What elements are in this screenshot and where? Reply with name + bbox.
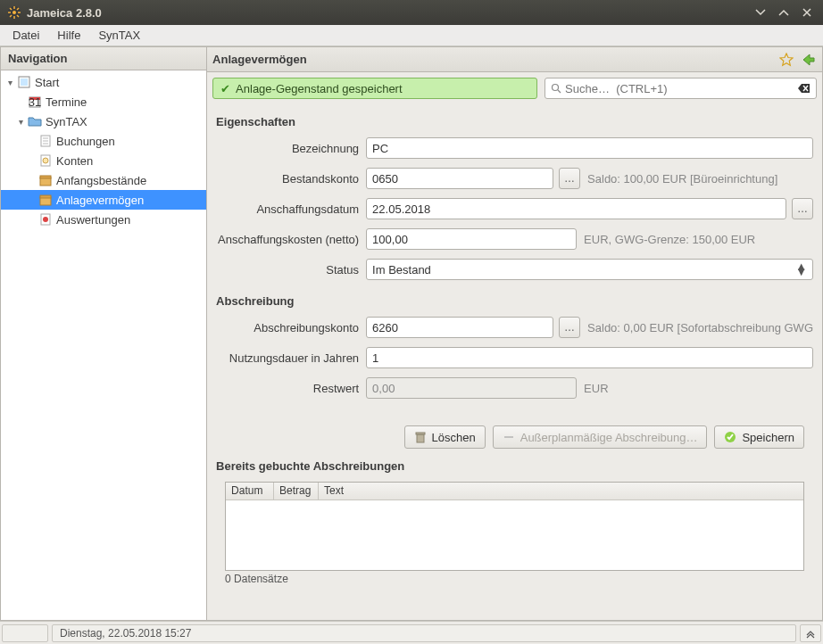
search-input[interactable]	[565, 82, 798, 95]
tree-item-start[interactable]: ▾ Start	[1, 72, 206, 92]
tree-item-anlagevermoegen[interactable]: Anlagevermögen	[1, 190, 206, 210]
label-restwert: Restwert	[216, 382, 366, 395]
tree-item-syntax[interactable]: ▾ SynTAX	[1, 111, 206, 131]
input-abschreibungskonto[interactable]	[366, 317, 553, 338]
success-message: ✔ Anlage-Gegenstand gespeichert	[212, 78, 537, 99]
chevron-down-icon[interactable]: ▾	[4, 78, 15, 87]
minus-icon	[503, 431, 515, 443]
chevron-down-icon[interactable]: ▾	[15, 117, 26, 127]
check-icon: ✔	[220, 82, 230, 95]
maximize-button[interactable]	[775, 4, 793, 21]
tree-item-anfangsbestaende[interactable]: Anfangsbestände	[1, 170, 206, 190]
field-bestandskonto: Bestandskonto … Saldo: 100,00 EUR [Büroe…	[216, 168, 813, 189]
field-status: Status Im Bestand ▲▼	[216, 259, 813, 280]
document-icon	[38, 134, 53, 148]
select-status-value: Im Bestand	[372, 263, 431, 277]
trash-icon	[414, 431, 427, 443]
input-anschaffungskosten[interactable]	[366, 228, 577, 250]
svg-point-1	[12, 11, 16, 14]
home-icon	[17, 75, 31, 89]
close-button[interactable]	[798, 4, 816, 21]
save-button[interactable]: Speichern	[714, 425, 804, 449]
navigation-tree: ▾ Start 31 Termine ▾ SynTAX Buchungen	[1, 70, 206, 620]
tree-item-label: Start	[35, 76, 59, 89]
menu-file[interactable]: Datei	[4, 26, 48, 45]
input-nutzungsdauer[interactable]	[366, 347, 813, 368]
box-icon	[38, 173, 53, 187]
content-header: Anlagevermögen	[207, 47, 822, 72]
depreciation-table[interactable]: Datum Betrag Text	[225, 482, 804, 571]
lookup-abschreibungskonto-button[interactable]: …	[559, 317, 580, 338]
label-bestandskonto: Bestandskonto	[216, 172, 366, 186]
svg-rect-22	[40, 176, 51, 178]
tree-item-konten[interactable]: Konten	[1, 151, 206, 170]
hint-restwert: EUR	[584, 382, 608, 395]
svg-rect-11	[21, 78, 28, 86]
label-anschaffungsdatum: Anschaffungsdatum	[216, 202, 366, 216]
table-header: Datum Betrag Text	[226, 483, 803, 500]
section-properties: Eigenschaften	[216, 115, 813, 128]
tree-item-label: SynTAX	[46, 115, 87, 128]
label-nutzungsdauer: Nutzungsdauer in Jahren	[216, 351, 366, 365]
tree-item-label: Anlagevermögen	[56, 194, 144, 207]
input-restwert	[366, 377, 577, 399]
menu-syntax[interactable]: SynTAX	[89, 26, 149, 45]
app-icon	[7, 5, 21, 20]
back-button[interactable]	[799, 51, 817, 69]
box-icon	[38, 193, 53, 207]
tree-item-buchungen[interactable]: Buchungen	[1, 131, 206, 151]
label-anschaffungskosten: Anschaffungskosten (netto)	[216, 233, 366, 246]
field-bezeichnung: Bezeichnung	[216, 137, 813, 159]
tree-item-label: Anfangsbestände	[56, 174, 146, 187]
field-anschaffungskosten: Anschaffungskosten (netto) EUR, GWG-Gren…	[216, 228, 813, 250]
lookup-bestandskonto-button[interactable]: …	[559, 168, 580, 189]
toolbar-row: ✔ Anlage-Gegenstand gespeichert	[207, 72, 822, 104]
menu-help[interactable]: Hilfe	[48, 26, 89, 45]
hint-bestandskonto: Saldo: 100,00 EUR [Büroeinrichtung]	[587, 172, 777, 186]
field-nutzungsdauer: Nutzungsdauer in Jahren	[216, 347, 813, 368]
label-bezeichnung: Bezeichnung	[216, 142, 366, 155]
menubar: Datei Hilfe SynTAX	[0, 25, 823, 46]
favorite-button[interactable]	[777, 51, 795, 69]
statusbar: Dienstag, 22.05.2018 15:27	[0, 621, 823, 644]
page-title: Anlagevermögen	[212, 53, 774, 66]
field-restwert: Restwert EUR	[216, 377, 813, 399]
section-booked: Bereits gebuchte Abschreibungen	[216, 459, 813, 473]
col-date[interactable]: Datum	[226, 483, 274, 500]
content-pane: Anlagevermögen ✔ Anlage-Gegenstand gespe…	[207, 46, 823, 621]
section-depreciation: Abschreibung	[216, 294, 813, 308]
status-datetime: Dienstag, 22.05.2018 15:27	[52, 624, 796, 642]
minimize-button[interactable]	[752, 4, 769, 21]
calendar-icon: 31	[28, 95, 42, 109]
svg-rect-31	[504, 436, 513, 438]
label-abschreibungskonto: Abschreibungskonto	[216, 321, 366, 334]
input-bestandskonto[interactable]	[366, 168, 553, 189]
success-text: Anlage-Gegenstand gespeichert	[236, 82, 402, 95]
delete-button[interactable]: Löschen	[404, 425, 486, 449]
label-status: Status	[216, 263, 366, 277]
check-icon	[724, 431, 736, 443]
form-area: Eigenschaften Bezeichnung Bestandskonto …	[207, 104, 822, 620]
clear-search-icon[interactable]	[798, 83, 811, 94]
tree-item-termine[interactable]: 31 Termine	[1, 92, 206, 111]
svg-point-20	[43, 158, 48, 163]
main-area: Navigation ▾ Start 31 Termine ▾ SynTAX	[0, 46, 823, 621]
sidebar: Navigation ▾ Start 31 Termine ▾ SynTAX	[0, 46, 207, 621]
tree-item-label: Auswertungen	[56, 213, 130, 227]
select-status[interactable]: Im Bestand ▲▼	[366, 259, 813, 280]
status-cell-progress	[2, 624, 48, 642]
search-icon	[551, 83, 561, 94]
status-expand-button[interactable]	[800, 624, 821, 642]
input-anschaffungsdatum[interactable]	[366, 198, 786, 219]
svg-rect-29	[417, 434, 424, 442]
search-box[interactable]	[545, 78, 817, 99]
tree-item-auswertungen[interactable]: Auswertungen	[1, 210, 206, 229]
col-text[interactable]: Text	[319, 483, 803, 500]
tree-item-label: Termine	[46, 95, 87, 109]
col-amount[interactable]: Betrag	[274, 483, 319, 500]
report-icon	[38, 212, 53, 227]
sidebar-header: Navigation	[1, 47, 206, 70]
datepicker-button[interactable]: …	[792, 198, 813, 219]
svg-point-27	[553, 85, 559, 91]
input-bezeichnung[interactable]	[366, 137, 813, 159]
